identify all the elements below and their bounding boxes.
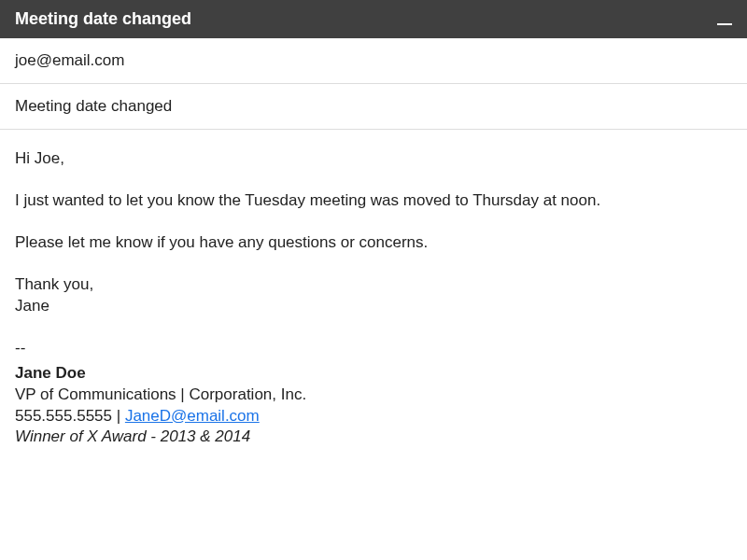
subject-value: Meeting date changed bbox=[15, 97, 172, 115]
signature-email-link[interactable]: JaneD@email.com bbox=[125, 407, 260, 425]
titlebar-controls bbox=[717, 14, 732, 25]
titlebar: Meeting date changed bbox=[0, 0, 747, 38]
signature-contact: 555.555.5555 | JaneD@email.com bbox=[15, 406, 732, 427]
body-greeting: Hi Joe, bbox=[15, 148, 732, 170]
body-closing: Thank you, Jane bbox=[15, 274, 732, 317]
signature-pipe: | bbox=[112, 407, 125, 425]
body-line-2: Please let me know if you have any quest… bbox=[15, 232, 732, 254]
closing-thanks: Thank you, bbox=[15, 274, 732, 296]
minimize-icon[interactable] bbox=[717, 23, 732, 25]
subject-field[interactable]: Meeting date changed bbox=[0, 84, 747, 130]
compose-window: Meeting date changed joe@email.com Meeti… bbox=[0, 0, 747, 560]
signature-separator: -- bbox=[15, 338, 732, 359]
message-body[interactable]: Hi Joe, I just wanted to let you know th… bbox=[0, 130, 747, 467]
signature-phone: 555.555.5555 bbox=[15, 407, 112, 425]
closing-name: Jane bbox=[15, 296, 732, 317]
body-line-1: I just wanted to let you know the Tuesda… bbox=[15, 190, 732, 212]
to-value: joe@email.com bbox=[15, 51, 124, 69]
signature-award: Winner of X Award - 2013 & 2014 bbox=[15, 427, 732, 448]
signature-block: -- Jane Doe VP of Communications | Corpo… bbox=[15, 338, 732, 449]
signature-name: Jane Doe bbox=[15, 363, 732, 385]
window-title: Meeting date changed bbox=[15, 9, 191, 29]
to-field[interactable]: joe@email.com bbox=[0, 38, 747, 84]
signature-title: VP of Communications | Corporation, Inc. bbox=[15, 385, 732, 406]
